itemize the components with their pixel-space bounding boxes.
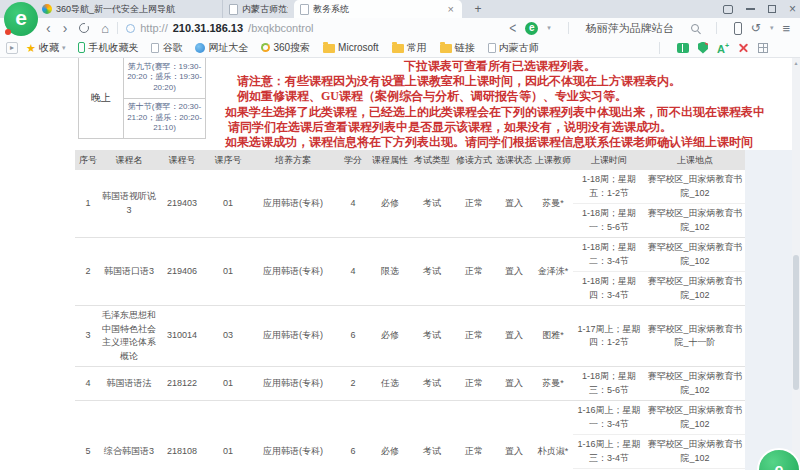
screenshot-scissors-icon[interactable]: [738, 42, 749, 53]
site-icon: [126, 24, 135, 33]
notice-line: 例如重修课程、GU课程（案例综合与分析、调研报告等）、专业实习等。: [205, 89, 795, 104]
maximize-icon[interactable]: [768, 5, 776, 13]
column-header: 选课状态: [495, 150, 533, 170]
cell-program: 应用韩语(专科): [249, 238, 337, 306]
minimize-icon[interactable]: [746, 8, 755, 10]
folder-icon: [392, 44, 404, 53]
cell-no: 2: [75, 238, 101, 306]
browser-tab[interactable]: 360导航_新一代安全上网导航: [36, 0, 222, 18]
cell-study_mode: 正常: [453, 238, 495, 306]
timetable-period-9: 第九节(赛罕：19:30-20:20；盛乐：19:30-20:20): [124, 58, 206, 98]
home-icon[interactable]: ⌂: [101, 21, 109, 36]
folder-icon: [440, 44, 452, 53]
tab-title: 内蒙古师范大学: [242, 3, 288, 16]
notebook-extension-icon[interactable]: [677, 43, 689, 53]
timetable-period-10: 第十节(赛罕：20:30-21:20；盛乐：20:20-21:10): [124, 98, 206, 138]
tab-title: 360导航_新一代安全上网导航: [56, 3, 216, 16]
course-row: 3毛泽东思想和中国特色社会主义理论体系概论31001403应用韩语(专科)6必修…: [75, 306, 745, 367]
bookmark-item[interactable]: Microsoft: [323, 42, 379, 53]
refresh-icon[interactable]: [79, 23, 89, 33]
column-header: 培养方案: [249, 150, 337, 170]
menu-icon[interactable]: ≡: [782, 21, 790, 36]
cell-no: 4: [75, 367, 101, 401]
class-place: 赛罕校区_田家炳教育书院_102: [645, 170, 745, 203]
column-header: 上课地点: [645, 150, 745, 170]
page-right-gutter: [743, 150, 792, 470]
address-bar[interactable]: http://210.31.186.13/bxqkbcontrol: [126, 22, 313, 34]
bookmarks-bar: ▸ 收藏▾手机收藏夹谷歌网址大全360搜索Microsoft常用链接内蒙古师: [0, 38, 800, 58]
apps-grid-icon[interactable]: [758, 43, 768, 53]
close-window-icon[interactable]: ×: [789, 4, 796, 14]
cell-schedule: 1-18周；星期五：1-2节赛罕校区_田家炳教育书院_1021-18周；星期一：…: [573, 170, 745, 238]
cell-attribute: 限选: [369, 238, 411, 306]
class-place: 赛罕校区_田家炳教育书院_102: [645, 401, 745, 434]
bookmark-label: 常用: [407, 41, 427, 55]
schedule-entry: 1-16周上；星期一：3-4节赛罕校区_田家炳教育书院_102: [573, 401, 745, 434]
tab-close-icon[interactable]: ×: [446, 3, 456, 15]
search-hotword-input[interactable]: 杨丽萍为品牌站台: [586, 21, 682, 36]
class-time: 1-16周上；星期一：3-4节: [573, 401, 645, 434]
browser-logo-icon[interactable]: e: [4, 2, 38, 36]
cell-code: 219406: [157, 238, 207, 306]
new-tab-button[interactable]: +: [470, 1, 486, 17]
folder-icon: [323, 44, 335, 53]
translate-extension-icon[interactable]: [717, 41, 729, 54]
favorites-sidebar-toggle-icon[interactable]: ▸: [6, 42, 18, 54]
column-header: 考试类型: [411, 150, 453, 170]
bookmark-item[interactable]: 收藏▾: [26, 41, 65, 55]
bookmark-item[interactable]: 360搜索: [261, 41, 310, 55]
class-time: 1-18周；星期一：5-6节: [573, 204, 645, 237]
divider: [117, 22, 118, 34]
cell-exam_type: 考试: [411, 401, 453, 470]
chevron-down-icon: ▾: [62, 44, 66, 52]
cell-credits: 6: [337, 306, 369, 367]
cell-code: 218108: [157, 401, 207, 470]
search-icon[interactable]: [691, 24, 699, 32]
class-time: 1-18周；星期五：1-2节: [573, 170, 645, 203]
cell-seq: 01: [207, 170, 249, 238]
url-host: 210.31.186.13: [173, 22, 243, 34]
cell-schedule: 1-18周；星期二：3-4节赛罕校区_田家炳教育书院_1021-18周；星期四：…: [573, 238, 745, 306]
scrollbar-thumb[interactable]: [793, 255, 799, 390]
undo-closed-tab-icon[interactable]: ↺: [751, 21, 761, 35]
theme-skin-icon[interactable]: [723, 5, 733, 14]
cell-select_status: 置入: [495, 367, 533, 401]
share-icon[interactable]: <: [509, 20, 516, 37]
browser-mode-icon[interactable]: e: [525, 22, 538, 35]
notice-line: 请注意：有些课程因为没有设置上课教室和上课时间，因此不体现在上方课程表内。: [205, 74, 795, 89]
browser-tab[interactable]: 教务系统×: [294, 0, 462, 18]
bookmark-item[interactable]: 内蒙古师: [488, 41, 539, 55]
tab-favicon-icon: [42, 4, 52, 14]
column-header: 学分: [337, 150, 369, 170]
phone-sync-icon[interactable]: [734, 22, 742, 35]
divider: [716, 22, 717, 34]
bookmark-label: 网址大全: [208, 41, 248, 55]
security-shield-icon[interactable]: [698, 42, 708, 54]
course-row: 1韩国语视听说321940301应用韩语(专科)4必修考试正常置入苏曼*1-18…: [75, 170, 745, 238]
class-time: 1-18周；星期三：5-6节: [573, 367, 645, 400]
divider: [659, 42, 660, 54]
notice-line: 下拉课表可查看所有已选课程列表。: [205, 59, 795, 74]
bookmark-item[interactable]: 链接: [440, 41, 475, 55]
extensions-area: [651, 41, 794, 54]
cell-study_mode: 正常: [453, 367, 495, 401]
bookmark-item[interactable]: 常用: [392, 41, 427, 55]
cell-attribute: 任选: [369, 367, 411, 401]
bookmark-item[interactable]: 谷歌: [151, 41, 182, 55]
bookmarks-list: 收藏▾手机收藏夹谷歌网址大全360搜索Microsoft常用链接内蒙古师: [26, 41, 539, 55]
cell-name: 韩国语口语3: [101, 238, 157, 306]
column-header: 课程属性: [369, 150, 411, 170]
forward-icon[interactable]: ›: [63, 22, 68, 34]
chevron-down-icon[interactable]: ▾: [547, 24, 551, 32]
bookmark-item[interactable]: 手机收藏夹: [78, 41, 138, 55]
back-icon[interactable]: ‹: [46, 22, 51, 34]
cell-attribute: 必修: [369, 306, 411, 367]
chevron-down-icon[interactable]: ▾: [770, 24, 774, 32]
bookmark-item[interactable]: 网址大全: [195, 41, 248, 55]
schedule-entry: 1-16周上；星期三：3-4节赛罕校区_田家炳教育书院_102: [573, 434, 745, 468]
cell-attribute: 必修: [369, 170, 411, 238]
cell-study_mode: 正常: [453, 401, 495, 470]
cell-exam_type: 考试: [411, 238, 453, 306]
schedule-entry: 1-18周；星期二：3-4节赛罕校区_田家炳教育书院_102: [573, 238, 745, 271]
browser-tab[interactable]: 内蒙古师范大学: [222, 0, 294, 18]
